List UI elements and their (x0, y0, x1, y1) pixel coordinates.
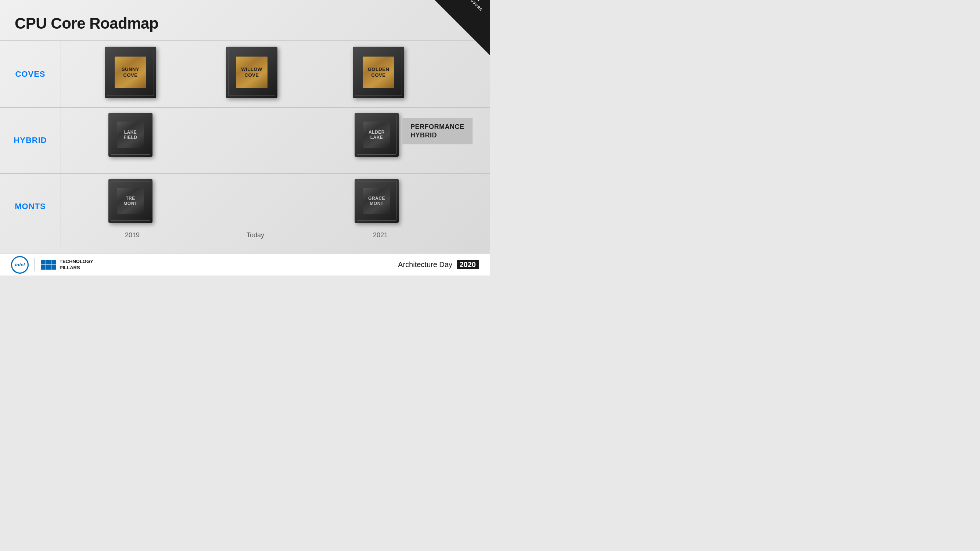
chip-lake-field-outer: LAKEFIELD (108, 113, 153, 157)
intel-logo-text: intel (15, 262, 25, 267)
hybrid-label: HYBRID (14, 135, 47, 145)
category-hybrid: HYBRID (0, 107, 60, 173)
category-monts: MONTS (0, 173, 60, 240)
perf-hybrid-label: PERFORMANCEHYBRID (402, 118, 473, 144)
chip-golden-cove-outer: GOLDENCOVE (353, 47, 404, 98)
chip-tremont-inner: TREMONT (117, 188, 144, 214)
row-divider-2 (0, 173, 490, 174)
footer-divider (35, 258, 35, 272)
chip-sunny-cove: SUNNYCOVE (105, 47, 156, 98)
chip-gracemont-outer: GRACEMONT (355, 179, 399, 223)
chip-willow-cove-inner: WILLOWCOVE (236, 57, 267, 88)
chip-golden-cove: GOLDENCOVE (353, 47, 404, 98)
chip-tremont: TREMONT (108, 179, 153, 223)
chip-sunny-cove-outer: SUNNYCOVE (105, 47, 156, 98)
pillars-grid (41, 260, 56, 270)
tech-pillars-text: TECHNOLOGYPILLARS (59, 259, 93, 271)
chip-gracemont: GRACEMONT (355, 179, 399, 223)
monts-label: MONTS (15, 202, 46, 211)
page-title: CPU Core Roadmap (15, 15, 158, 32)
timeline-2021: 2021 (373, 232, 388, 239)
col-divider-labels (60, 41, 61, 246)
coves-label: COVES (15, 70, 45, 79)
footer: intel TECHNOLOGYPILLARS Architecture Day… (0, 254, 490, 275)
arch-day-label: Architecture Day (398, 260, 452, 268)
chip-alder-lake: ALDERLAKE (355, 113, 399, 157)
slide: NEW DISCLOSURE CPU Core Roadmap COVES SU… (0, 0, 490, 275)
pillar-dot-2 (46, 260, 51, 265)
pillar-dot-6 (51, 265, 56, 270)
intel-logo: intel (11, 256, 29, 274)
row-divider-1 (0, 107, 490, 108)
arch-day: Architecture Day 2020 (398, 260, 479, 269)
timeline-today: Today (247, 232, 264, 239)
main-content: COVES SUNNYCOVE WILLOWCOVE GOLDENCOVE (0, 41, 490, 246)
tech-pillars: TECHNOLOGYPILLARS (41, 259, 93, 271)
pillar-dot-5 (46, 265, 51, 270)
chip-golden-cove-inner: GOLDENCOVE (363, 57, 394, 88)
pillar-dot-1 (41, 260, 46, 265)
category-coves: COVES (0, 41, 60, 107)
corner-ribbon: NEW DISCLOSURE (433, 0, 490, 57)
chip-lake-field-inner: LAKEFIELD (117, 122, 144, 148)
timeline-2019: 2019 (125, 232, 140, 239)
chip-sunny-cove-inner: SUNNYCOVE (115, 57, 146, 88)
chip-willow-cove: WILLOWCOVE (226, 47, 277, 98)
chip-tremont-outer: TREMONT (108, 179, 153, 223)
chip-gracemont-inner: GRACEMONT (363, 188, 390, 214)
chip-alder-lake-outer: ALDERLAKE (355, 113, 399, 157)
arch-day-year: 2020 (457, 260, 479, 269)
pillar-dot-3 (51, 260, 56, 265)
chip-alder-lake-inner: ALDERLAKE (363, 122, 390, 148)
timeline-row: 2019 Today 2021 (60, 226, 490, 244)
chip-willow-cove-outer: WILLOWCOVE (226, 47, 277, 98)
pillar-dot-4 (41, 265, 46, 270)
perf-hybrid-text: PERFORMANCEHYBRID (410, 123, 465, 140)
chip-lake-field: LAKEFIELD (108, 113, 153, 157)
